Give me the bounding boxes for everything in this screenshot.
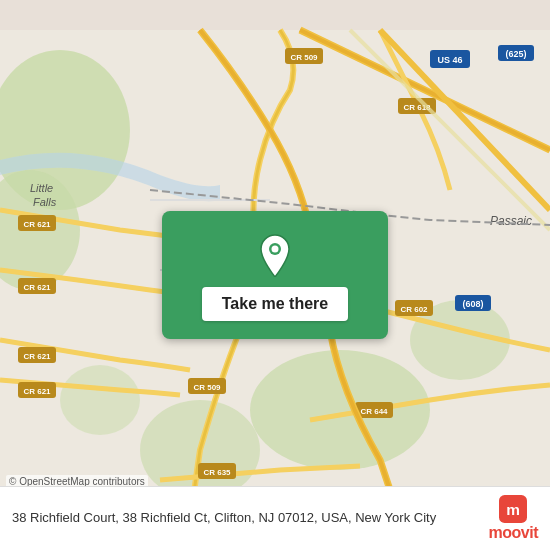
map-container: US 46 CR 509 CR 509 CR 509 CR 621 CR 621… — [0, 0, 550, 550]
button-overlay: Take me there — [0, 0, 550, 550]
moovit-logo: m moovit — [489, 495, 538, 542]
take-me-there-area: Take me there — [162, 211, 388, 339]
address-text: 38 Richfield Court, 38 Richfield Ct, Cli… — [12, 509, 479, 527]
svg-point-44 — [271, 246, 278, 253]
take-me-there-button[interactable]: Take me there — [202, 287, 348, 321]
location-pin-icon — [257, 233, 293, 277]
destination-card: Take me there — [162, 211, 388, 339]
bottom-bar: 38 Richfield Court, 38 Richfield Ct, Cli… — [0, 486, 550, 550]
moovit-brand-text: moovit — [489, 524, 538, 542]
moovit-icon: m — [499, 495, 527, 523]
svg-text:m: m — [506, 501, 520, 518]
